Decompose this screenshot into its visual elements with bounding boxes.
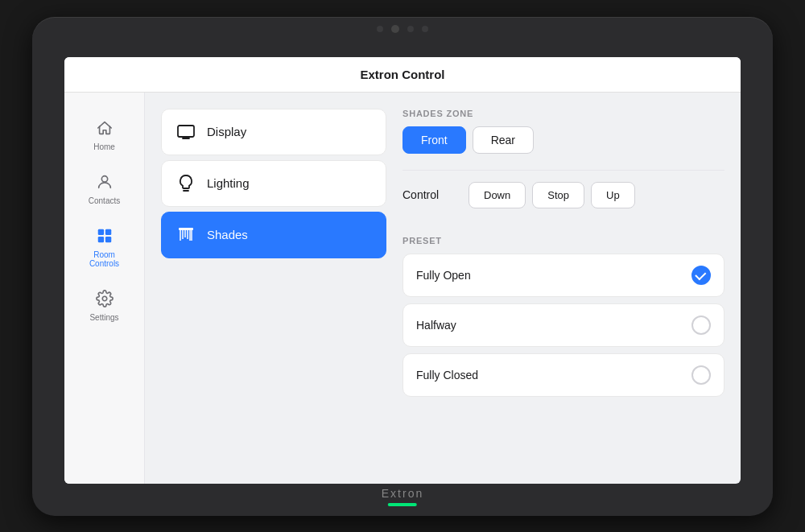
screen-header: Extron Control: [64, 57, 741, 93]
device-frame: Extron Control Home: [32, 17, 773, 516]
shades-control-panel: SHADES ZONE Front Rear Control Down Stop…: [402, 109, 724, 468]
preset-label-fully-open: Fully Open: [416, 269, 471, 282]
zone-btn-front[interactable]: Front: [402, 126, 466, 154]
screen: Extron Control Home: [64, 57, 741, 484]
preset-label-fully-closed: Fully Closed: [416, 369, 478, 381]
menu-label-display: Display: [207, 125, 246, 138]
svg-rect-6: [178, 126, 194, 137]
sidebar: Home Contacts: [64, 93, 145, 484]
control-btn-up[interactable]: Up: [591, 182, 635, 208]
room-controls-icon: [93, 225, 116, 247]
device-top-bar: [377, 25, 428, 33]
preset-list: Fully Open Halfway Fully Closed: [402, 254, 724, 402]
sidebar-label-settings: Settings: [89, 313, 118, 322]
preset-label: PRESET: [402, 236, 724, 245]
sidebar-label-home: Home: [93, 142, 115, 151]
contacts-icon: [93, 171, 116, 193]
svg-point-5: [102, 296, 107, 301]
menu-item-shades[interactable]: Shades: [161, 212, 386, 258]
zone-btn-rear[interactable]: Rear: [473, 126, 534, 154]
control-row: Control Down Stop Up: [402, 170, 724, 220]
preset-item-fully-closed[interactable]: Fully Closed: [402, 353, 724, 397]
screen-title: Extron Control: [361, 68, 445, 81]
svg-rect-4: [105, 236, 110, 241]
settings-icon: [93, 287, 116, 310]
camera-dot-right: [407, 26, 414, 32]
screen-body: Home Contacts: [64, 93, 741, 484]
shades-zone-label: SHADES ZONE: [402, 109, 724, 118]
control-row-label: Control: [402, 188, 459, 201]
preset-label-halfway: Halfway: [416, 319, 456, 332]
sidebar-item-room-controls[interactable]: Room Controls: [72, 217, 137, 276]
menu-item-lighting[interactable]: Lighting: [161, 160, 386, 207]
sidebar-item-home[interactable]: Home: [72, 109, 137, 159]
sidebar-item-settings[interactable]: Settings: [72, 279, 137, 330]
shades-icon: [176, 225, 196, 245]
home-icon: [93, 117, 116, 139]
preset-section: PRESET Fully Open Halfway: [402, 236, 724, 402]
main-content: Display Lighting: [145, 93, 741, 484]
menu-label-shades: Shades: [207, 228, 248, 241]
device-bottom-bar: Extron: [382, 487, 423, 506]
zone-buttons: Front Rear: [402, 126, 724, 154]
svg-rect-3: [97, 236, 103, 241]
svg-rect-1: [97, 229, 103, 234]
svg-rect-2: [105, 229, 110, 234]
sidebar-label-room-controls: Room Controls: [79, 250, 130, 268]
preset-radio-fully-closed: [691, 365, 711, 385]
display-icon: [176, 122, 196, 142]
svg-point-0: [101, 175, 107, 181]
led-bar: [388, 503, 417, 506]
svg-rect-7: [179, 228, 193, 230]
camera-main: [391, 25, 399, 33]
menu-panel: Display Lighting: [161, 109, 386, 468]
control-btn-stop[interactable]: Stop: [532, 182, 584, 208]
mic-dot: [422, 26, 428, 32]
preset-item-halfway[interactable]: Halfway: [402, 303, 724, 347]
preset-radio-halfway: [691, 315, 711, 335]
control-btn-down[interactable]: Down: [469, 182, 526, 208]
brand-label: Extron: [382, 487, 423, 500]
sidebar-label-contacts: Contacts: [89, 196, 120, 205]
menu-label-lighting: Lighting: [207, 176, 250, 190]
control-buttons: Down Stop Up: [469, 182, 635, 208]
zone-section: SHADES ZONE Front Rear: [402, 109, 724, 154]
camera-dot-left: [377, 26, 383, 32]
preset-radio-fully-open: [691, 266, 711, 285]
lighting-icon: [176, 174, 196, 193]
menu-item-display[interactable]: Display: [161, 109, 386, 155]
sidebar-item-contacts[interactable]: Contacts: [72, 163, 137, 213]
preset-item-fully-open[interactable]: Fully Open: [402, 254, 724, 297]
